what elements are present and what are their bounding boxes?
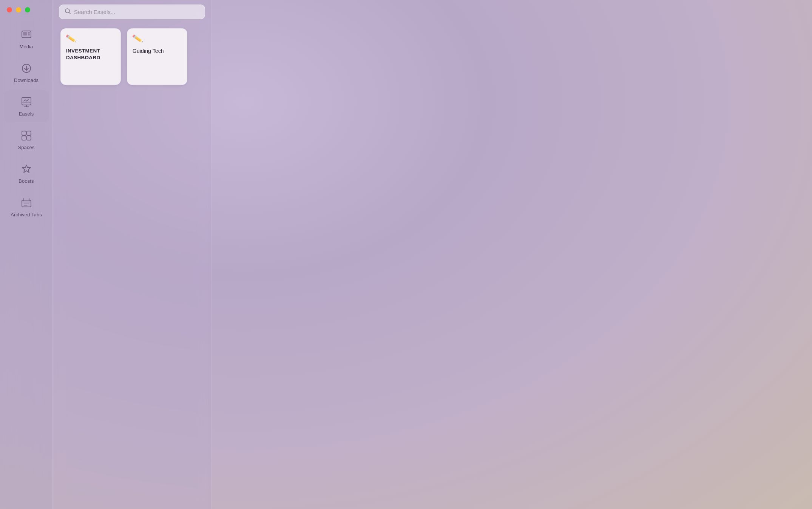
sidebar-item-easels-label: Easels bbox=[19, 111, 34, 117]
maximize-button[interactable] bbox=[25, 7, 30, 12]
easel-pen-icon-1: ✏️ bbox=[65, 33, 77, 45]
easel-title-2: Guiding Tech bbox=[133, 48, 164, 54]
sidebar-item-spaces-label: Spaces bbox=[18, 145, 35, 150]
svg-rect-10 bbox=[22, 131, 26, 135]
search-input[interactable] bbox=[74, 9, 199, 15]
sidebar-item-media[interactable]: Media bbox=[4, 23, 49, 55]
svg-rect-14 bbox=[22, 200, 31, 207]
media-icon bbox=[20, 28, 33, 42]
easels-grid: ✏️ INVESTMENT DASHBOARD ✏️ Guiding Tech bbox=[59, 27, 205, 86]
svg-rect-3 bbox=[28, 34, 30, 35]
sidebar-item-spaces[interactable]: Spaces bbox=[4, 123, 49, 156]
search-bar[interactable] bbox=[59, 5, 205, 19]
svg-rect-2 bbox=[28, 32, 30, 34]
titlebar bbox=[0, 0, 53, 20]
svg-rect-13 bbox=[27, 136, 31, 140]
sidebar-item-archived-tabs-label: Archived Tabs bbox=[11, 212, 42, 217]
boosts-icon bbox=[20, 162, 33, 176]
close-button[interactable] bbox=[7, 7, 12, 12]
panel: ✏️ INVESTMENT DASHBOARD ✏️ Guiding Tech bbox=[53, 0, 211, 509]
search-icon bbox=[65, 8, 71, 16]
svg-rect-11 bbox=[27, 131, 31, 135]
easel-pen-icon-2: ✏️ bbox=[132, 33, 144, 45]
downloads-icon bbox=[20, 62, 33, 75]
svg-rect-1 bbox=[23, 32, 27, 35]
window: Media Downloads bbox=[0, 0, 812, 509]
spaces-icon bbox=[20, 129, 33, 142]
sidebar-item-downloads[interactable]: Downloads bbox=[4, 56, 49, 88]
sidebar-item-archived-tabs[interactable]: Archived Tabs bbox=[4, 191, 49, 223]
minimize-button[interactable] bbox=[16, 7, 21, 12]
easel-card-investment-dashboard[interactable]: ✏️ INVESTMENT DASHBOARD bbox=[60, 28, 121, 85]
content-area bbox=[211, 0, 812, 509]
easels-icon bbox=[20, 95, 33, 109]
easel-title-1: INVESTMENT DASHBOARD bbox=[66, 48, 115, 61]
easel-card-guiding-tech[interactable]: ✏️ Guiding Tech bbox=[127, 28, 187, 85]
sidebar-item-downloads-label: Downloads bbox=[14, 77, 39, 83]
sidebar-item-boosts[interactable]: Boosts bbox=[4, 157, 49, 189]
sidebar: Media Downloads bbox=[0, 0, 53, 509]
sidebar-item-media-label: Media bbox=[20, 44, 33, 49]
sidebar-item-easels[interactable]: Easels bbox=[4, 90, 49, 122]
svg-line-20 bbox=[69, 12, 71, 14]
archived-tabs-icon bbox=[20, 196, 33, 210]
sidebar-item-boosts-label: Boosts bbox=[19, 178, 34, 184]
svg-rect-12 bbox=[22, 136, 26, 140]
